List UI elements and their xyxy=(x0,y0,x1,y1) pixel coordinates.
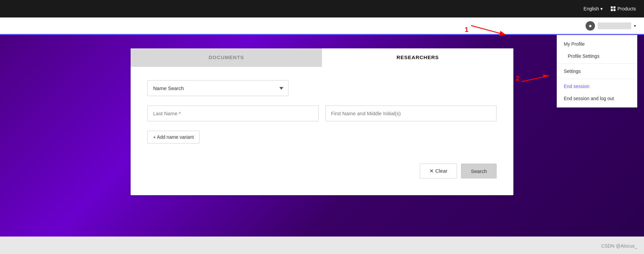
dropdown-item-end-session-logout[interactable]: End session and log out xyxy=(557,92,637,104)
arrow-1-svg xyxy=(471,23,511,36)
user-avatar-icon: ● xyxy=(586,21,595,31)
search-button[interactable]: Search xyxy=(461,164,497,178)
watermark: CSDN @Alocus_ xyxy=(601,243,637,249)
language-selector[interactable]: English ▾ xyxy=(584,6,603,11)
language-label: English xyxy=(584,6,599,11)
action-buttons-row: ✕ Clear Search xyxy=(147,164,497,178)
name-fields-row xyxy=(147,105,497,121)
arrow-2-svg xyxy=(521,73,555,83)
tab-documents[interactable]: DOCUMENTS xyxy=(131,48,322,67)
first-name-input[interactable] xyxy=(325,105,497,121)
search-type-select[interactable]: Name Search xyxy=(147,80,288,96)
dropdown-divider-1 xyxy=(557,64,637,64)
clear-button[interactable]: ✕ Clear xyxy=(420,164,457,178)
user-menu-trigger[interactable]: ● ▾ xyxy=(586,21,636,31)
tab-researchers[interactable]: RESEARCHERS xyxy=(322,48,513,67)
dropdown-item-settings[interactable]: Settings xyxy=(557,65,637,77)
annotation-1: 1 xyxy=(465,26,468,34)
products-button[interactable]: Products xyxy=(611,6,636,11)
products-label: Products xyxy=(617,6,636,11)
main-panel: DOCUMENTS RESEARCHERS Name Search + Add … xyxy=(131,48,513,195)
top-bar: English ▾ Products xyxy=(0,0,644,17)
dropdown-divider-2 xyxy=(557,79,637,79)
svg-line-1 xyxy=(471,26,505,35)
dropdown-item-profile-settings[interactable]: Profile Settings xyxy=(557,50,637,62)
grid-icon xyxy=(611,6,615,11)
sub-bar: ● ▾ xyxy=(0,17,644,35)
panel-tabs: DOCUMENTS RESEARCHERS xyxy=(131,48,513,67)
main-content: DOCUMENTS RESEARCHERS Name Search + Add … xyxy=(0,35,644,237)
dropdown-item-end-session[interactable]: End session xyxy=(557,80,637,92)
language-chevron: ▾ xyxy=(600,6,603,11)
dropdown-item-my-profile[interactable]: My Profile xyxy=(557,38,637,50)
svg-line-3 xyxy=(521,76,548,82)
last-name-input[interactable] xyxy=(147,105,319,121)
user-name-display xyxy=(598,23,631,29)
user-chevron-icon: ▾ xyxy=(634,24,636,28)
user-dropdown-menu: My Profile Profile Settings Settings End… xyxy=(557,35,637,108)
panel-body: Name Search + Add name variant ✕ Clear S… xyxy=(131,67,513,195)
add-name-variant-button[interactable]: + Add name variant xyxy=(147,131,199,143)
annotation-2: 2 xyxy=(516,75,519,82)
